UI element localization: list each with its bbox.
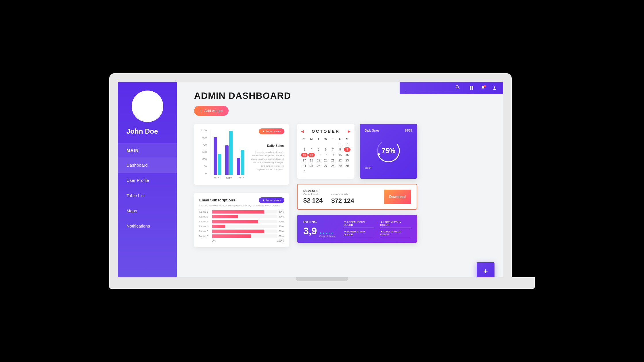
hbar-value: 80% xyxy=(279,210,284,213)
bar-chart-yaxis: 11009007005003001000 xyxy=(199,129,207,175)
calendar-day[interactable]: 9 xyxy=(344,147,350,152)
rating-link[interactable]: ▼ LOREM IPSUM DOLOR xyxy=(344,221,375,228)
hbar-label: Name 5 xyxy=(199,230,212,233)
hbar-value: 70% xyxy=(279,220,284,223)
username: John Doe xyxy=(118,127,177,135)
calendar-grid: SMTWTFS123456789101112131415161718192021… xyxy=(301,138,350,174)
search-icon[interactable] xyxy=(455,85,460,90)
calendar-day[interactable]: 28 xyxy=(329,164,336,168)
calendar-day[interactable]: 14 xyxy=(329,153,336,157)
calendar-day[interactable]: 7 xyxy=(329,147,336,152)
sidebar: John Doe MAIN DashboardUser ProfileTable… xyxy=(118,82,177,277)
calendar-day[interactable]: 31 xyxy=(301,169,308,174)
calendar-day[interactable]: 26 xyxy=(315,164,322,168)
rating-title: RATING xyxy=(303,220,335,224)
calendar-day[interactable]: 16 xyxy=(344,153,350,157)
rating-link[interactable]: ▼ LOREM IPSUM DOLOR xyxy=(380,221,411,228)
hbar-value: 40% xyxy=(279,215,284,218)
calendar-day[interactable]: 2 xyxy=(344,142,350,146)
calendar-dow: F xyxy=(337,138,343,141)
rating-card: RATING 3,9 ★★★★★ Current Week ▼ LOREM IP… xyxy=(297,215,417,243)
calendar-day[interactable]: 23 xyxy=(344,158,350,163)
svg-rect-2 xyxy=(470,86,471,88)
hbar-value: 80% xyxy=(279,230,284,233)
search-input[interactable] xyxy=(405,86,455,90)
calendar-month: OCTOBER xyxy=(312,129,340,134)
hbar-label: Name 4 xyxy=(199,225,212,228)
calendar-day[interactable]: 18 xyxy=(308,158,315,163)
bar-chart-pill[interactable]: ▼ Lorem ipsum xyxy=(259,128,284,134)
sidebar-item-user-profile[interactable]: User Profile xyxy=(118,173,177,188)
calendar-day[interactable]: 25 xyxy=(308,164,315,168)
revenue-week-label: Current week xyxy=(303,193,323,196)
svg-rect-5 xyxy=(472,88,473,90)
gauge-meta-bottom: 78/65 xyxy=(365,167,412,170)
calendar-day[interactable]: 30 xyxy=(344,164,350,168)
calendar-day[interactable]: 21 xyxy=(329,158,336,163)
stars-icon: ★★★★★ xyxy=(319,232,335,235)
user-icon[interactable] xyxy=(489,82,500,94)
svg-point-0 xyxy=(456,85,459,88)
calendar-day[interactable]: 1 xyxy=(337,142,343,146)
calendar-prev-icon[interactable]: ◀ xyxy=(301,129,304,133)
calendar-day[interactable]: 29 xyxy=(337,164,343,168)
daily-sales-bar-card: ▼ Lorem ipsum 11009007005003001000 Daily… xyxy=(194,124,289,185)
bar-chart-side-text: Lorem ipsum dolor sit amet, consectetur … xyxy=(251,151,284,171)
calendar-day[interactable]: 6 xyxy=(323,147,329,152)
bar xyxy=(218,154,221,175)
app-screen: John Doe MAIN DashboardUser ProfileTable… xyxy=(118,82,503,277)
topbar xyxy=(400,82,503,94)
calendar-day[interactable]: 19 xyxy=(315,158,322,163)
email-subscriptions-card: ▼ Lorem ipsum Email Subscriptions Lorem … xyxy=(194,193,289,247)
download-button[interactable]: Download xyxy=(384,190,411,204)
hbar-axis-min: 0% xyxy=(212,239,216,242)
fab-add-button[interactable]: + xyxy=(477,262,494,277)
email-chart-pill[interactable]: ▼ Lorem ipsum xyxy=(259,197,284,203)
calendar-day[interactable]: 11 xyxy=(308,153,315,157)
calendar-day[interactable]: 5 xyxy=(315,147,322,152)
calendar-dow: T xyxy=(329,138,336,141)
calendar-day[interactable]: 20 xyxy=(323,158,329,163)
sidebar-item-dashboard[interactable]: Dashboard xyxy=(118,157,177,173)
gauge-arc-icon xyxy=(374,136,403,165)
calendar-day[interactable]: 17 xyxy=(301,158,308,163)
svg-point-7 xyxy=(374,136,403,165)
gauge-meta-top: 78/65 xyxy=(405,129,412,132)
rating-link[interactable]: ▼ LOREM IPSUM DOLOR xyxy=(380,230,411,237)
rating-link[interactable]: ▼ LOREM IPSUM DOLOR xyxy=(344,230,375,237)
sidebar-item-table-list[interactable]: Table List xyxy=(118,188,177,203)
bell-icon[interactable] xyxy=(477,82,489,94)
grid-icon[interactable] xyxy=(466,82,477,94)
calendar-day[interactable]: 15 xyxy=(337,153,343,157)
calendar-day[interactable]: 10 xyxy=(301,153,308,157)
calendar-day[interactable]: 4 xyxy=(308,147,315,152)
calendar-dow: S xyxy=(301,138,308,141)
revenue-month-value: $72 124 xyxy=(331,197,354,205)
bar xyxy=(237,158,240,175)
bar xyxy=(241,150,244,175)
hbar-label: Name 2 xyxy=(199,215,212,218)
email-card-subtext: Lorem ipsum dolor sit amet, consectetur … xyxy=(199,204,284,207)
hbar-row: Name 3 70% xyxy=(199,220,284,223)
avatar[interactable] xyxy=(132,90,163,122)
calendar-day[interactable]: 27 xyxy=(323,164,329,168)
calendar-day[interactable]: 12 xyxy=(315,153,322,157)
hbar-row: Name 6 60% xyxy=(199,234,284,238)
hbar-row: Name 1 80% xyxy=(199,210,284,213)
revenue-week-value: $2 124 xyxy=(303,197,323,204)
calendar-next-icon[interactable]: ▶ xyxy=(348,129,350,133)
calendar-day[interactable]: 22 xyxy=(337,158,343,163)
add-widget-button[interactable]: + Add widget xyxy=(194,106,229,116)
calendar-day[interactable]: 24 xyxy=(301,164,308,168)
bar xyxy=(225,145,229,175)
calendar-day[interactable]: 3 xyxy=(301,147,308,152)
hbar-label: Name 6 xyxy=(199,235,212,238)
hbar-row: Name 4 20% xyxy=(199,225,284,228)
calendar-dow: W xyxy=(323,138,329,141)
calendar-day[interactable]: 8 xyxy=(337,147,343,152)
sidebar-item-notifications[interactable]: Notifications xyxy=(118,218,177,234)
nav-section-main: MAIN xyxy=(118,143,177,157)
calendar-day[interactable]: 13 xyxy=(323,153,329,157)
svg-rect-4 xyxy=(470,88,471,90)
sidebar-item-maps[interactable]: Maps xyxy=(118,203,177,218)
